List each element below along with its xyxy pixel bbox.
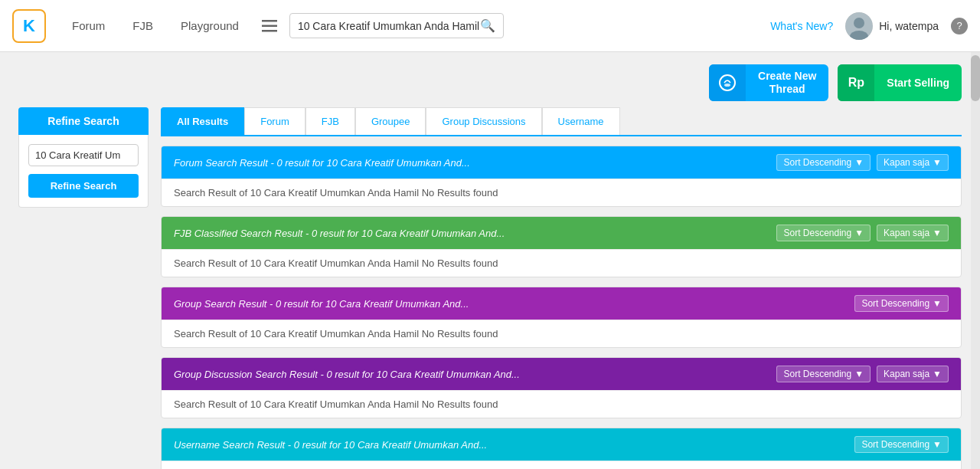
start-selling-label: Start Selling [874,77,962,89]
forum-time-button[interactable]: Kapan saja ▼ [877,154,949,171]
group-result-header: Group Search Result - 0 result for 10 Ca… [162,287,961,320]
fjb-result-header: FJB Classified Search Result - 0 result … [162,217,961,249]
scrollbar-thumb[interactable] [971,55,980,101]
group-discussion-sort-button[interactable]: Sort Descending ▼ [776,366,871,382]
fjb-result-section: FJB Classified Search Result - 0 result … [161,216,962,277]
header-right: What's New? Hi, watempa ? [770,12,968,40]
username-sort-button[interactable]: Sort Descending ▼ [854,436,949,453]
avatar [845,12,873,40]
hi-label: Hi, watempa [879,20,939,32]
refine-search-button[interactable]: Refine Search [28,174,139,198]
group-discussion-result-title: Group Discussion Search Result - 0 resul… [174,369,520,380]
tab-all-results[interactable]: All Results [161,107,244,135]
nav-forum[interactable]: Forum [58,0,119,52]
svg-rect-0 [262,20,277,22]
tab-username[interactable]: Username [542,107,620,135]
create-thread-icon [709,64,746,101]
group-discussion-result-controls: Sort Descending ▼ Kapan saja ▼ [776,366,949,382]
forum-result-title: Forum Search Result - 0 result for 10 Ca… [174,157,470,169]
username-result-title: Username Search Result - 0 result for 10… [174,439,487,451]
forum-result-header: Forum Search Result - 0 result for 10 Ca… [162,146,961,179]
nav-playground[interactable]: Playground [167,0,253,52]
tab-fjb[interactable]: FJB [305,107,355,135]
group-result-controls: Sort Descending ▼ [854,295,949,312]
username-result-header: Username Search Result - 0 result for 10… [162,428,961,461]
refine-search-input[interactable] [28,144,139,166]
create-thread-label: Create NewThread [746,70,828,96]
search-bar[interactable]: 🔍 [289,13,504,38]
username-result-controls: Sort Descending ▼ [854,436,949,453]
start-selling-button[interactable]: Rp Start Selling [838,64,962,101]
sidebar: Refine Search Refine Search [18,107,149,469]
tab-group-discussions[interactable]: Group Discussions [426,107,541,135]
logo-k-icon: K [23,16,35,36]
whats-new-link[interactable]: What's New? [770,20,833,32]
header: K Forum FJB Playground 🔍 What's New? Hi,… [0,0,980,52]
tab-groupee[interactable]: Groupee [355,107,426,135]
hamburger-icon[interactable] [253,0,286,52]
svg-rect-2 [262,30,277,32]
group-discussion-result-body: Search Result of 10 Cara Kreatif Umumkan… [162,390,961,418]
group-result-body: Search Result of 10 Cara Kreatif Umumkan… [162,320,961,347]
search-icon[interactable]: 🔍 [480,18,495,33]
fjb-time-button[interactable]: Kapan saja ▼ [877,225,949,241]
group-discussion-result-header: Group Discussion Search Result - 0 resul… [162,358,961,390]
forum-sort-button[interactable]: Sort Descending ▼ [776,154,871,171]
svg-point-4 [854,18,864,28]
fjb-result-body: Search Result of 10 Cara Kreatif Umumkan… [162,249,961,277]
sidebar-body: Refine Search [18,135,149,208]
nav-fjb[interactable]: FJB [119,0,167,52]
sidebar-title: Refine Search [18,107,149,135]
group-sort-button[interactable]: Sort Descending ▼ [854,295,949,312]
action-area: Create NewThread Rp Start Selling [0,52,980,107]
group-result-title: Group Search Result - 0 result for 10 Ca… [174,298,469,310]
forum-result-controls: Sort Descending ▼ Kapan saja ▼ [776,154,949,171]
fjb-result-title: FJB Classified Search Result - 0 result … [174,228,505,239]
search-results: All Results Forum FJB Groupee Group Disc… [161,107,962,469]
scrollbar-track[interactable] [971,52,980,469]
username-result-section: Username Search Result - 0 result for 10… [161,428,962,469]
fjb-result-controls: Sort Descending ▼ Kapan saja ▼ [776,225,949,241]
search-tabs: All Results Forum FJB Groupee Group Disc… [161,107,962,136]
svg-point-7 [724,84,730,87]
tab-forum[interactable]: Forum [244,107,305,135]
start-selling-icon: Rp [838,64,874,101]
fjb-sort-button[interactable]: Sort Descending ▼ [776,225,871,241]
forum-result-body: Search Result of 10 Cara Kreatif Umumkan… [162,179,961,206]
group-discussion-result-section: Group Discussion Search Result - 0 resul… [161,357,962,418]
forum-result-section: Forum Search Result - 0 result for 10 Ca… [161,146,962,207]
main-content: Refine Search Refine Search All Results … [0,107,980,469]
create-thread-button[interactable]: Create NewThread [709,64,828,101]
logo[interactable]: K [12,9,46,43]
search-input[interactable] [298,20,480,32]
group-discussion-time-button[interactable]: Kapan saja ▼ [877,366,949,382]
svg-point-6 [720,75,735,90]
group-result-section: Group Search Result - 0 result for 10 Ca… [161,287,962,348]
help-icon[interactable]: ? [951,18,968,34]
user-area[interactable]: Hi, watempa [845,12,939,40]
svg-rect-1 [262,25,277,27]
main-nav: Forum FJB Playground [58,0,253,52]
username-result-body: Search Result of 10 Cara Kreatif Umumkan… [162,461,961,469]
